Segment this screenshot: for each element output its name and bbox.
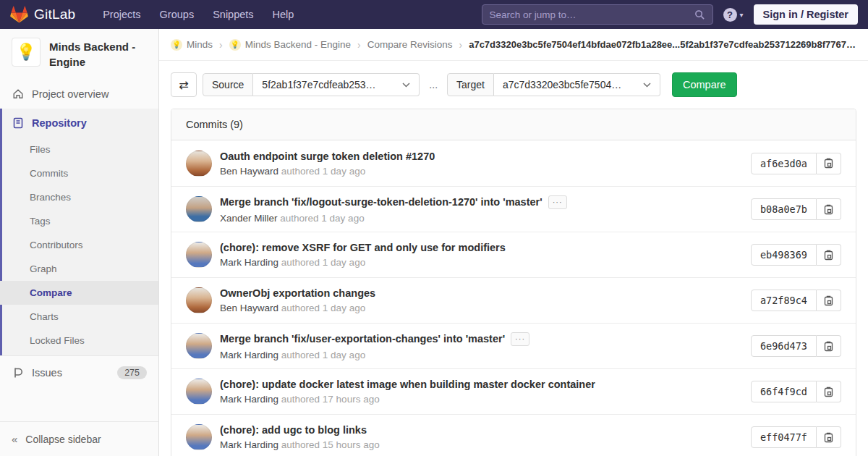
compare-button[interactable]: Compare — [672, 72, 737, 97]
swap-icon: ⇄ — [179, 78, 188, 92]
target-branch-dropdown[interactable]: a7c7d3320e3bc5fe7504… — [494, 73, 660, 96]
commit-sha[interactable]: af6e3d0a — [751, 153, 817, 174]
sidebar-item-commits[interactable]: Commits — [0, 161, 158, 185]
avatar[interactable] — [186, 196, 212, 222]
nav-link-groups[interactable]: Groups — [160, 9, 195, 20]
sidebar-item-charts[interactable]: Charts — [0, 305, 158, 329]
commit-time: authored 1 day ago — [281, 303, 365, 313]
commit-sha[interactable]: eb498369 — [751, 244, 817, 266]
commit-row: (chore): update docker latest image when… — [171, 368, 856, 414]
breadcrumb-minds[interactable]: 💡 Minds — [171, 39, 213, 51]
commit-row: OwnerObj exportation changes Ben Hayward… — [171, 277, 856, 323]
avatar[interactable] — [186, 379, 212, 405]
sidebar-item-locked-files[interactable]: Locked Files — [0, 329, 158, 352]
avatar[interactable] — [186, 424, 212, 450]
avatar[interactable] — [186, 333, 212, 359]
copy-sha-button[interactable] — [817, 198, 841, 220]
expand-commit-message-button[interactable]: ··· — [511, 332, 529, 346]
expand-commit-message-button[interactable]: ··· — [548, 195, 567, 209]
sidebar-item-contributors[interactable]: Contributors — [0, 233, 158, 257]
target-value: a7c7d3320e3bc5fe7504… — [503, 79, 621, 90]
project-avatar: 💡 — [12, 38, 41, 67]
commit-title[interactable]: Merge branch 'fix/user-exportation-chang… — [220, 333, 505, 345]
commit-title[interactable]: Oauth endpoint surge token deletion #127… — [220, 151, 435, 162]
commit-row: Oauth endpoint surge token deletion #127… — [171, 140, 856, 186]
copy-sha-button[interactable] — [817, 244, 841, 266]
commit-title[interactable]: (chore): remove XSRF for GET and only us… — [220, 242, 506, 253]
sidebar-item-branches[interactable]: Branches — [0, 185, 158, 209]
clipboard-icon — [824, 341, 833, 352]
breadcrumb-compare-revisions[interactable]: Compare Revisions — [367, 39, 453, 50]
commit-author[interactable]: Xander Miller — [220, 213, 278, 224]
copy-sha-button[interactable] — [817, 153, 841, 174]
source-value: 5f2ab1f37e7cdfeab253… — [262, 79, 375, 90]
search-input[interactable] — [490, 9, 694, 20]
sidebar-item-tags[interactable]: Tags — [0, 209, 158, 233]
clipboard-icon — [824, 204, 833, 215]
sidebar-item-graph[interactable]: Graph — [0, 257, 158, 281]
nav-link-projects[interactable]: Projects — [103, 9, 140, 20]
project-header[interactable]: 💡 Minds Backend - Engine — [0, 29, 158, 80]
gitlab-tanuki-icon — [10, 6, 28, 23]
sidebar-item-files[interactable]: Files — [0, 138, 158, 161]
clipboard-icon — [824, 250, 833, 261]
nav-link-snippets[interactable]: Snippets — [213, 9, 253, 20]
avatar[interactable] — [186, 242, 212, 268]
breadcrumb: 💡 Minds › 💡 Minds Backend - Engine › Com… — [159, 29, 868, 61]
copy-sha-button[interactable] — [817, 290, 841, 311]
commit-time: authored 15 hours ago — [281, 439, 380, 450]
avatar[interactable] — [186, 287, 212, 313]
commit-row: Merge branch 'fix/logout-surge-token-del… — [171, 186, 856, 232]
commit-sha[interactable]: 6e96d473 — [751, 335, 817, 357]
commit-sha[interactable]: a72f89c4 — [751, 290, 817, 311]
commit-title[interactable]: (chore): update docker latest image when… — [220, 379, 595, 390]
commit-time: authored 1 day ago — [280, 213, 364, 224]
sign-in-register-button[interactable]: Sign in / Register — [754, 4, 858, 25]
sidebar-item-label: Project overview — [32, 88, 109, 100]
copy-sha-button[interactable] — [817, 335, 841, 357]
swap-revisions-button[interactable]: ⇄ — [171, 72, 197, 97]
target-label: Target — [447, 73, 494, 96]
copy-sha-button[interactable] — [817, 381, 841, 402]
commits-panel-header: Commits (9) — [171, 109, 856, 140]
commit-sha[interactable]: 66f4f9cd — [751, 381, 817, 402]
help-menu[interactable]: ? ▾ — [723, 8, 744, 22]
commit-time: authored 1 day ago — [281, 166, 365, 177]
commit-author[interactable]: Mark Harding — [220, 439, 278, 450]
sidebar-item-issues[interactable]: Issues 275 — [0, 356, 158, 389]
sidebar-item-repository[interactable]: Repository — [0, 109, 158, 138]
source-branch-dropdown[interactable]: 5f2ab1f37e7cdfeab253… — [253, 73, 420, 96]
commit-time: authored 1 day ago — [281, 350, 365, 360]
nav-link-help[interactable]: Help — [273, 9, 294, 20]
breadcrumb-label: Minds — [187, 39, 213, 50]
gitlab-logo[interactable]: GitLab — [10, 6, 75, 23]
commit-author[interactable]: Ben Hayward — [220, 303, 278, 313]
compare-form: ⇄ Source 5f2ab1f37e7cdfeab253… ... Targe… — [159, 61, 868, 97]
commit-title[interactable]: Merge branch 'fix/logout-surge-token-del… — [220, 196, 542, 208]
project-name: Minds Backend - Engine — [49, 38, 147, 69]
sidebar-item-compare[interactable]: Compare — [0, 281, 158, 305]
issues-icon — [12, 367, 24, 379]
commit-author[interactable]: Mark Harding — [220, 350, 278, 360]
commit-author[interactable]: Ben Hayward — [220, 166, 278, 177]
commits-panel: Commits (9) Oauth endpoint surge token d… — [171, 109, 856, 456]
copy-sha-button[interactable] — [817, 426, 841, 448]
commit-sha[interactable]: eff0477f — [751, 426, 817, 448]
avatar[interactable] — [186, 151, 212, 177]
collapse-sidebar-button[interactable]: « Collapse sidebar — [0, 421, 158, 456]
commit-author[interactable]: Mark Harding — [220, 257, 278, 268]
brand-name: GitLab — [34, 7, 75, 22]
home-icon — [12, 88, 24, 100]
global-search[interactable] — [482, 4, 713, 25]
commit-author[interactable]: Mark Harding — [220, 394, 278, 405]
repository-icon — [12, 117, 24, 129]
breadcrumb-project[interactable]: 💡 Minds Backend - Engine — [229, 39, 351, 51]
top-navbar: GitLab Projects Groups Snippets Help ? ▾… — [0, 0, 868, 29]
commit-sha[interactable]: b08a0e7b — [751, 198, 817, 220]
breadcrumb-label: Compare Revisions — [367, 39, 453, 50]
sidebar-item-project-overview[interactable]: Project overview — [0, 80, 158, 109]
clipboard-icon — [824, 432, 833, 443]
commit-title[interactable]: (chore): add ugc to blog links — [220, 424, 367, 436]
help-icon: ? — [723, 8, 737, 22]
commit-title[interactable]: OwnerObj exportation changes — [220, 287, 375, 299]
